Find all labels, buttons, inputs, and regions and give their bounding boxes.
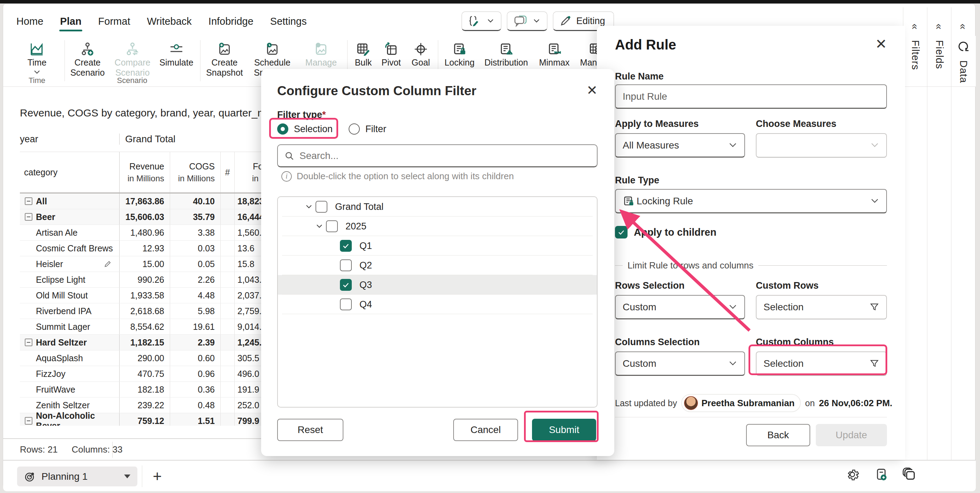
columns-selection-label: Columns Selection [615,337,700,348]
radio-filter[interactable]: Filter [348,123,386,135]
chevron-down-icon [486,18,495,24]
tree-item-2025[interactable]: 2025 [278,216,597,236]
limit-rule-legend: Limit Rule to rows and columns [615,260,887,271]
rule-type-dropdown[interactable]: Locking Rule [615,189,887,213]
table-row[interactable]: FizzJoy470.750.96496.0 [20,366,286,382]
ribbon-simulate[interactable]: Simulate [148,36,204,68]
columns-selection-dropdown[interactable]: Custom [615,351,745,376]
row-dimension-label[interactable]: year [20,134,119,145]
checkbox-icon[interactable] [326,220,338,232]
ribbon-distribution[interactable]: Distribution [478,36,534,68]
tree-search-box[interactable] [277,144,598,167]
sheet-tab-planning[interactable]: Planning 1 [17,466,137,487]
tree-item-grand-total[interactable]: Grand Total [278,197,597,216]
edit-pencil-icon[interactable] [103,259,112,269]
pencil-icon [560,15,571,27]
expand-pane-icon[interactable]: « [957,24,969,30]
add-report-icon[interactable] [874,468,888,482]
checked-checkbox-icon[interactable] [340,279,352,291]
radio-selection[interactable]: Selection [277,123,332,135]
add-sheet-button[interactable]: + [147,464,168,488]
cancel-button[interactable]: Cancel [453,419,518,441]
close-icon[interactable]: ✕ [875,37,887,51]
chevron-down-icon [870,142,879,148]
reset-button[interactable]: Reset [277,419,344,441]
rows-selection-dropdown[interactable]: Custom [615,295,745,320]
matrix-body: All17,863.8640.1018,823.5 Beer15,606.033… [20,194,286,426]
visual-title: Revenue, COGS by category, brand, year, … [20,107,284,119]
tree-item-q4[interactable]: Q4 [278,294,597,314]
search-icon [284,151,294,161]
collapse-icon[interactable] [25,197,32,205]
settings-gear-icon[interactable] [845,468,859,482]
table-row[interactable]: Beer15,606.0335.7916,444.4 [20,209,286,225]
checked-checkbox-icon[interactable] [340,240,352,252]
matrix-table: year Grand Total category Revenuein Mill… [20,127,286,426]
menu-writeback[interactable]: Writeback [146,11,192,32]
collapse-icon[interactable] [25,339,32,346]
menu-home[interactable]: Home [16,11,44,32]
search-input[interactable] [299,150,590,161]
writeback-style-button[interactable] [461,11,501,31]
schedule-snapshot-icon [244,42,300,56]
menu-format[interactable]: Format [98,11,131,32]
close-icon[interactable]: ✕ [586,84,598,97]
ribbon-create-snapshot[interactable]: Create Snapshot [197,36,252,78]
modal-title: Configure Custom Column Filter [277,84,476,98]
distribution-rule-icon [478,42,534,56]
copy-pages-icon[interactable] [903,468,916,482]
menu-infobridge[interactable]: Infobridge [208,11,254,32]
menu-plan[interactable]: Plan [59,11,82,32]
expand-pane-icon[interactable]: « [909,24,921,30]
rule-name-field[interactable] [615,84,887,109]
ribbon-time-button[interactable]: Time [9,36,65,75]
app-canvas: Home Plan Format Writeback Infobridge Se… [3,3,975,488]
brackets-pen-icon [468,15,482,27]
comments-button[interactable] [507,11,547,31]
table-row[interactable]: Heisler15.000.0515.8 [20,256,286,272]
table-row[interactable]: FruitWave182.180.36191.9 [20,382,286,398]
custom-rows-selection-button[interactable]: Selection [756,295,887,320]
tab-dropdown-caret[interactable] [124,474,130,479]
apply-measures-dropdown[interactable]: All Measures [615,133,745,157]
chevron-down-icon[interactable] [315,224,326,229]
table-row[interactable]: Riverbend IPA2,618.685.982,759.3 [20,303,286,319]
rule-name-input[interactable] [623,91,879,102]
checkbox-icon[interactable] [340,259,352,271]
update-button[interactable]: Update [816,424,887,446]
simulate-icon [148,42,204,56]
rail-data[interactable]: « Data [951,7,975,460]
rail-fields[interactable]: « Fields [927,7,951,460]
menu-settings[interactable]: Settings [269,11,307,32]
table-row[interactable]: AquaSplash290.000.60305.5 [20,350,286,366]
expand-pane-icon[interactable]: « [933,24,945,30]
rail-filters[interactable]: « Filters [903,7,927,460]
radio-on-icon [277,123,288,135]
column-group-header[interactable]: Grand Total [119,134,286,145]
table-row[interactable]: Artisan Ale1,480.963.381,560.5 [20,225,286,240]
table-row[interactable]: Eclipse Light990.262.261,043.4 [20,272,286,288]
tree-item-q3[interactable]: Q3 [278,275,597,294]
user-chip[interactable]: Preetha Subramanian [681,394,801,412]
apply-to-children-checkbox[interactable]: Apply to children [615,226,716,239]
table-row[interactable]: Summit Lager8,554.6219.619,014.1 [20,319,286,335]
chevron-down-icon[interactable] [305,204,315,210]
table-row[interactable]: Hard Seltzer1,182.152.391,245.6 [20,335,286,350]
checkbox-icon[interactable] [315,201,327,213]
table-row[interactable]: Cosmic Craft Brews12.930.0313.6 [20,240,286,256]
tree-item-q2[interactable]: Q2 [278,256,597,275]
choose-measures-dropdown[interactable] [756,133,887,157]
chevron-down-icon [870,198,879,204]
table-row[interactable]: All17,863.8640.1018,823.5 [20,194,286,209]
collapse-icon[interactable] [25,417,32,425]
avatar [684,396,698,410]
table-row[interactable]: Non-Alcoholic Bever759.121.51799.9 [20,413,286,426]
refresh-icon[interactable] [957,40,970,52]
collapse-icon[interactable] [25,213,32,221]
custom-columns-selection-button[interactable]: Selection [756,351,887,376]
submit-button[interactable]: Submit [532,419,596,441]
checkbox-icon[interactable] [340,299,352,310]
table-row[interactable]: Old Mill Stout1,933.584.482,037.4 [20,288,286,303]
back-button[interactable]: Back [746,424,810,446]
tree-item-q1[interactable]: Q1 [278,236,597,256]
